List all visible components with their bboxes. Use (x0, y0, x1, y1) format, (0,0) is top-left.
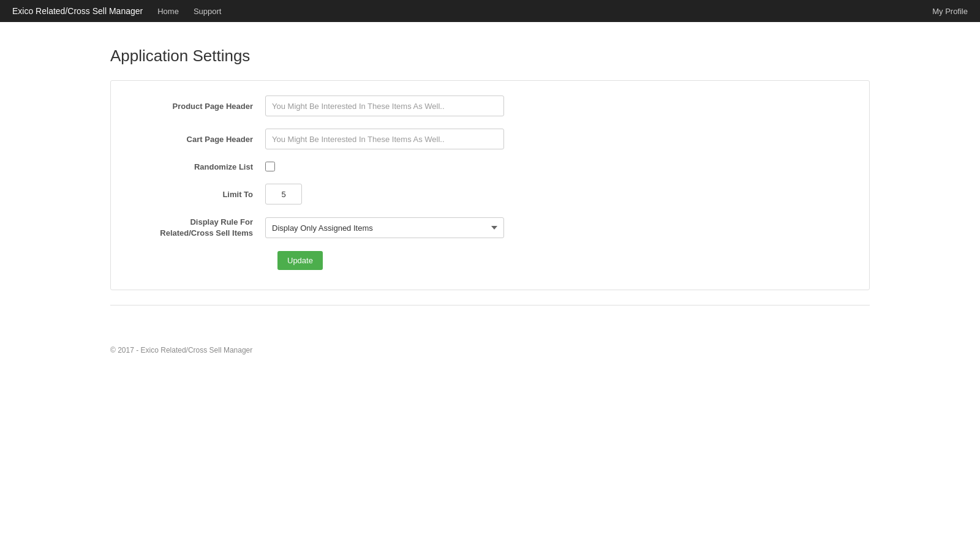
footer-text: © 2017 - Exico Related/Cross Sell Manage… (110, 346, 252, 354)
main-content: Application Settings Product Page Header… (0, 22, 980, 345)
product-page-header-input[interactable] (265, 96, 504, 116)
display-rule-row: Display Rule For Related/Cross Sell Item… (130, 217, 850, 239)
cart-page-header-label: Cart Page Header (130, 135, 265, 144)
navbar-link-support[interactable]: Support (194, 7, 222, 16)
page-title: Application Settings (110, 47, 870, 66)
section-divider (110, 305, 870, 305)
cart-page-header-row: Cart Page Header (130, 129, 850, 149)
limit-to-label: Limit To (130, 190, 265, 199)
limit-to-row: Limit To (130, 184, 850, 204)
limit-to-input[interactable] (265, 184, 302, 204)
product-page-header-label: Product Page Header (130, 102, 265, 111)
navbar: Exico Related/Cross Sell Manager Home Su… (0, 0, 980, 22)
settings-card: Product Page Header Cart Page Header Ran… (110, 80, 870, 290)
display-rule-label: Display Rule For Related/Cross Sell Item… (130, 217, 265, 239)
navbar-profile[interactable]: My Profile (932, 7, 968, 16)
display-rule-select[interactable]: Display Only Assigned Items Display All … (265, 217, 504, 238)
navbar-link-home[interactable]: Home (157, 7, 179, 16)
randomize-list-row: Randomize List (130, 162, 850, 171)
update-button[interactable]: Update (277, 251, 323, 270)
navbar-left: Exico Related/Cross Sell Manager Home Su… (12, 6, 221, 16)
randomize-list-label: Randomize List (130, 162, 265, 171)
randomize-list-checkbox[interactable] (265, 162, 275, 171)
cart-page-header-input[interactable] (265, 129, 504, 149)
navbar-brand[interactable]: Exico Related/Cross Sell Manager (12, 6, 143, 16)
product-page-header-row: Product Page Header (130, 96, 850, 116)
update-button-row: Update (130, 251, 850, 270)
footer: © 2017 - Exico Related/Cross Sell Manage… (0, 345, 980, 367)
